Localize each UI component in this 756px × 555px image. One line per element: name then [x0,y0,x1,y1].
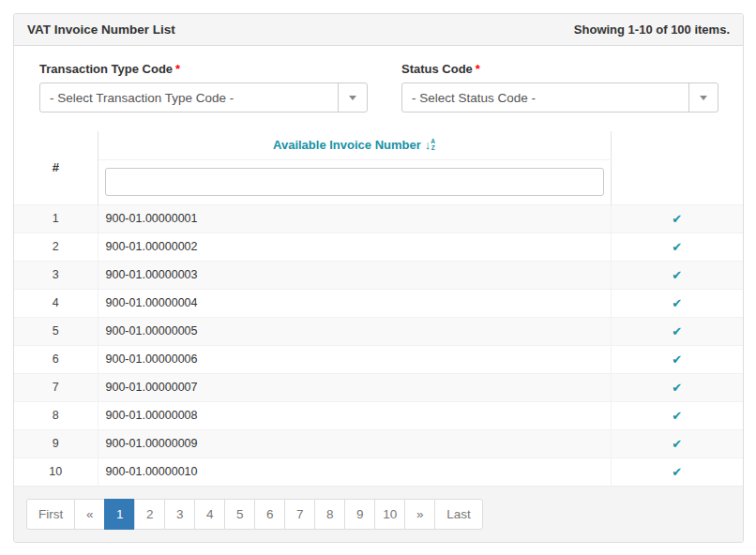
pagination: First « 1 2 3 4 5 6 7 8 9 10 » Last [26,499,743,530]
panel-heading: VAT Invoice Number List Showing 1-10 of … [14,14,743,46]
pagination-item: 1 [105,499,135,530]
transaction-type-dropdown-button[interactable] [338,83,367,112]
page-6-button[interactable]: 6 [254,499,285,530]
check-cell[interactable]: ✔ [611,458,743,486]
table-row: 5 900-01.00000005 ✔ [14,317,743,345]
check-icon[interactable]: ✔ [672,409,682,423]
row-index: 9 [14,429,98,458]
check-cell[interactable]: ✔ [611,204,743,232]
index-column-header: # [14,131,98,204]
invoice-number-cell: 900-01.00000002 [98,232,611,261]
invoice-number-cell: 900-01.00000008 [98,401,611,429]
check-cell[interactable]: ✔ [611,401,743,429]
row-index: 5 [14,317,98,345]
page-2-button[interactable]: 2 [134,499,165,530]
pagination-item: » [405,499,435,530]
action-column-header [611,131,743,204]
status-code-label: Status Code* [401,62,718,76]
invoice-number-filter-cell [98,159,611,204]
pagination-item: First [26,499,75,530]
table-row: 4 900-01.00000004 ✔ [14,289,743,317]
page-last-button[interactable]: Last [434,499,483,530]
invoice-number-cell: 900-01.00000005 [98,317,611,345]
pagination-item: 3 [165,499,195,530]
pagination-item: 5 [225,499,255,530]
invoice-number-filter-input[interactable] [105,168,604,196]
pagination-item: 7 [285,499,315,530]
chevron-down-icon [700,96,707,100]
table-row: 9 900-01.00000009 ✔ [14,429,743,458]
check-icon[interactable]: ✔ [672,212,682,226]
invoice-number-cell: 900-01.00000009 [98,429,611,458]
check-icon[interactable]: ✔ [672,324,682,338]
page-5-button[interactable]: 5 [224,499,255,530]
page-title: VAT Invoice Number List [27,22,175,37]
page-3-button[interactable]: 3 [164,499,195,530]
check-cell[interactable]: ✔ [611,317,743,345]
transaction-type-select[interactable]: - Select Transaction Type Code - [39,82,368,112]
check-cell[interactable]: ✔ [611,261,743,289]
table-header-row: # Available Invoice Number ↓ A Z [14,131,743,159]
check-icon[interactable]: ✔ [672,352,682,367]
check-cell[interactable]: ✔ [611,345,743,373]
invoice-number-cell: 900-01.00000007 [98,373,611,401]
pagination-item: 10 [375,499,405,530]
invoice-number-cell: 900-01.00000010 [98,458,611,486]
row-index: 8 [14,401,98,429]
invoice-number-cell: 900-01.00000001 [98,204,611,232]
invoice-number-cell: 900-01.00000003 [98,261,611,289]
pagination-item: 2 [135,499,165,530]
table-row: 3 900-01.00000003 ✔ [14,261,743,289]
filter-section: Transaction Type Code* - Select Transact… [14,46,743,131]
sort-letter-bottom: Z [431,145,435,152]
page-8-button[interactable]: 8 [314,499,345,530]
page-1-button[interactable]: 1 [104,499,135,530]
transaction-type-label: Transaction Type Code* [39,62,368,76]
check-icon[interactable]: ✔ [672,296,682,310]
status-code-selected-value: - Select Status Code - [402,91,688,105]
page-first-button[interactable]: First [26,499,75,530]
check-cell[interactable]: ✔ [611,429,743,458]
required-asterisk: * [476,62,480,76]
status-code-select[interactable]: - Select Status Code - [401,82,718,112]
row-index: 1 [14,204,98,232]
transaction-type-selected-value: - Select Transaction Type Code - [40,91,338,105]
required-asterisk: * [175,62,180,76]
check-cell[interactable]: ✔ [611,373,743,401]
page: VAT Invoice Number List Showing 1-10 of … [0,0,756,555]
check-icon[interactable]: ✔ [672,465,682,479]
pagination-item: 9 [345,499,375,530]
check-cell[interactable]: ✔ [611,289,743,317]
invoice-column-header-label: Available Invoice Number [273,138,421,152]
invoice-number-column-header: Available Invoice Number ↓ A Z [98,131,611,159]
table-row: 10 900-01.00000010 ✔ [14,458,743,486]
check-icon[interactable]: ✔ [672,381,682,395]
pagination-item: « [75,499,105,530]
page-10-button[interactable]: 10 [374,499,405,530]
transaction-type-label-text: Transaction Type Code [39,62,173,76]
pagination-item: 8 [315,499,345,530]
status-code-filter-group: Status Code* - Select Status Code - [401,62,718,112]
check-icon[interactable]: ✔ [672,268,682,282]
page-9-button[interactable]: 9 [344,499,375,530]
check-icon[interactable]: ✔ [672,240,682,254]
page-prev-button[interactable]: « [74,499,105,530]
status-code-dropdown-button[interactable] [688,83,718,112]
vat-invoice-panel: VAT Invoice Number List Showing 1-10 of … [13,13,744,543]
sort-alpha-asc-icon: ↓ A Z [425,139,435,151]
sort-invoice-number-link[interactable]: Available Invoice Number ↓ A Z [273,138,435,152]
row-index: 2 [14,232,98,261]
pagination-item: 6 [255,499,285,530]
table-row: 7 900-01.00000007 ✔ [14,373,743,401]
pagination-item: Last [435,499,483,530]
page-next-button[interactable]: » [404,499,435,530]
check-cell[interactable]: ✔ [611,232,743,261]
table-row: 1 900-01.00000001 ✔ [14,204,743,232]
page-7-button[interactable]: 7 [284,499,315,530]
check-icon[interactable]: ✔ [672,437,682,451]
table-row: 8 900-01.00000008 ✔ [14,401,743,429]
page-4-button[interactable]: 4 [194,499,225,530]
row-index: 10 [14,458,98,486]
row-index: 3 [14,261,98,289]
invoice-number-cell: 900-01.00000006 [98,345,611,373]
